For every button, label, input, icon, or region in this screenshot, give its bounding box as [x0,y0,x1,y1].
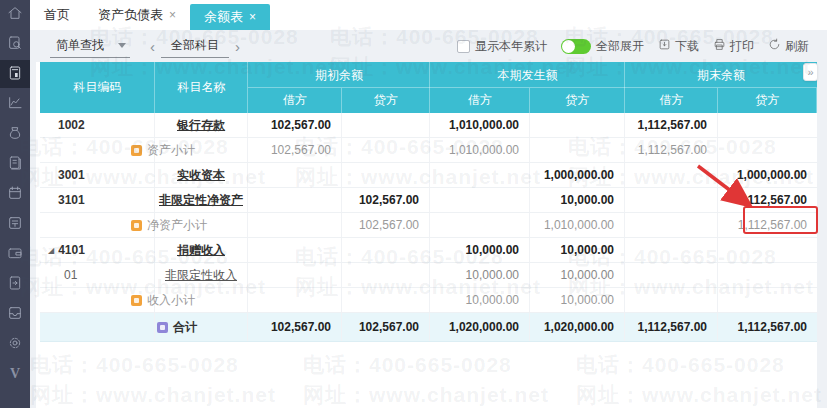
table-row-child: 01 非限定性收入 10,000.00 10,000.00 [40,263,817,288]
sidebar-item-brand[interactable]: V [0,360,30,388]
sidebar-item-document-export[interactable] [0,270,30,298]
download-icon [658,38,671,54]
close-icon[interactable]: × [249,10,256,24]
opening-debit [248,188,342,212]
tab-balance-sheet[interactable]: 资产负债表× [84,0,190,30]
opening-debit: 102,567.00 [248,113,342,137]
opening-debit [248,163,342,187]
col-header-credit: 贷方 [530,88,625,113]
subject-code [40,313,155,341]
period-debit: 1,010,000.00 [430,138,530,162]
period-debit: 1,010,000.00 [430,113,530,137]
search-mode-select[interactable]: 简单查找 [50,35,130,58]
period-debit [430,163,530,187]
print-button[interactable]: 打印 [713,38,754,55]
period-credit: 1,010,000.00 [530,213,625,237]
sidebar-item-archive-user[interactable] [0,300,30,328]
subject-scope-label: 全部科目 [171,38,219,52]
expand-caret-icon[interactable]: ◢ [48,246,54,255]
subtotal-icon [131,145,142,156]
next-subject-button[interactable]: › [229,39,246,54]
expand-all-label: 全部展开 [596,38,644,55]
ending-debit [625,188,718,212]
sidebar-item-chart[interactable] [0,90,30,118]
col-header-subject-name: 科目名称 [155,62,248,113]
subject-name-link[interactable]: 实收资本 [177,167,225,184]
opening-debit: 102,567.00 [248,138,342,162]
brand-v-logo: V [10,366,20,382]
opening-debit [248,213,342,237]
sidebar-item-ledger-book[interactable] [0,150,30,178]
table-header: 科目编码 科目名称 期初余额 本期发生额 期末余额 借方 贷方 借方 贷方 借方… [40,62,817,113]
subject-scope-select[interactable]: 全部科目 [161,35,229,58]
show-ytd-checkbox[interactable] [457,40,470,53]
ledger-book-icon [7,155,23,174]
expand-all-wrap: 全部展开 [561,38,644,55]
period-credit: 10,000.00 [530,263,625,287]
subject-code: 4101 [58,243,85,257]
sidebar-item-invoice[interactable] [0,210,30,238]
ending-credit [718,288,817,312]
subtotal-icon [131,220,142,231]
sidebar-item-wallet[interactable] [0,240,30,268]
table-row: 3101 非限定性净资产 102,567.00 10,000.00 112,56… [40,188,817,213]
opening-debit [248,238,342,262]
ending-debit [625,263,718,287]
tab-home[interactable]: 首页 [30,0,84,30]
show-ytd-checkbox-wrap[interactable]: 显示本年累计 [457,38,547,55]
subtotal-icon [131,295,142,306]
subtotal-label: 资产小计 [147,142,195,159]
ending-credit: 112,567.00 [718,188,817,212]
col-header-subject-code: 科目编码 [40,62,155,113]
period-credit [530,113,625,137]
ending-debit: 1,112,567.00 [625,138,718,162]
subject-name-link[interactable]: 银行存款 [177,117,225,134]
sidebar-item-settings[interactable] [0,330,30,358]
col-header-debit: 借方 [248,88,342,113]
expand-all-toggle[interactable] [561,39,591,54]
sidebar-item-ledger-report[interactable] [0,60,30,88]
period-credit [530,138,625,162]
chevron-down-icon [118,43,126,48]
subject-name-link[interactable]: 非限定性净资产 [159,192,243,209]
ending-debit: 1,112,567.00 [625,113,718,137]
period-credit: 10,000.00 [530,188,625,212]
opening-credit: 102,567.00 [342,313,430,341]
ending-credit-annotated: 1,112,567.00 [718,213,817,237]
print-label: 打印 [730,38,754,55]
close-icon[interactable]: × [169,8,176,22]
toggle-knob [562,40,575,53]
sidebar-item-money-bag[interactable] [0,120,30,148]
sidebar-item-voucher-search[interactable] [0,30,30,58]
table-row-subtotal: 净资产小计 102,567.00 1,010,000.00 1,112,567.… [40,213,817,238]
subtotal-label: 净资产小计 [147,217,207,234]
sidebar-item-home[interactable] [0,0,30,28]
table-row-subtotal: 资产小计 102,567.00 1,010,000.00 1,112,567.0… [40,138,817,163]
col-header-credit: 贷方 [342,88,430,113]
table-row: 1002 银行存款 102,567.00 1,010,000.00 1,112,… [40,113,817,138]
period-debit [430,188,530,212]
trial-balance-table: 科目编码 科目名称 期初余额 本期发生额 期末余额 借方 贷方 借方 贷方 借方… [40,62,817,342]
subject-name-link[interactable]: 捐赠收入 [177,242,225,259]
tab-home-label: 首页 [44,6,70,24]
col-group-current-period: 本期发生额 [430,62,625,88]
download-label: 下载 [675,38,699,55]
opening-credit [342,163,430,187]
ending-credit [718,138,817,162]
more-columns-button[interactable]: » [803,63,818,81]
subject-name-link[interactable]: 非限定性收入 [165,267,237,284]
sidebar-nav: V [0,0,30,408]
ending-credit: 1,112,567.00 [718,313,817,341]
ending-debit: 1,112,567.00 [625,313,718,341]
sidebar-item-calendar[interactable] [0,180,30,208]
table-row-subtotal: 收入小计 10,000.00 10,000.00 [40,288,817,313]
download-button[interactable]: 下载 [658,38,699,55]
ending-credit [718,238,817,262]
opening-credit [342,288,430,312]
prev-subject-button[interactable]: ‹ [144,39,161,54]
search-mode-label: 简单查找 [56,37,104,54]
refresh-button[interactable]: 刷新 [768,38,809,55]
period-debit: 10,000.00 [430,263,530,287]
opening-credit: 102,567.00 [342,188,430,212]
tab-trial-balance[interactable]: 余额表× [190,4,270,30]
